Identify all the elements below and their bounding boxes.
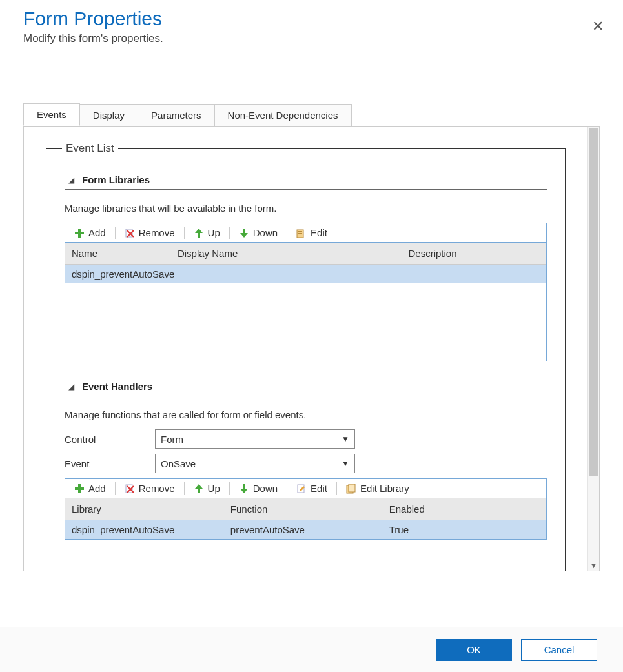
- tab-bar: Events Display Parameters Non-Event Depe…: [23, 103, 623, 126]
- svg-rect-20: [349, 484, 355, 492]
- collapse-icon[interactable]: ◢: [68, 176, 74, 185]
- svg-rect-9: [298, 233, 302, 234]
- event-select[interactable]: OnSave ▼: [155, 454, 355, 473]
- dialog-footer: OK Cancel: [0, 627, 623, 672]
- remove-button[interactable]: Remove: [119, 482, 180, 495]
- event-handlers-section: ◢ Event Handlers Manage functions that a…: [65, 381, 547, 540]
- plus-icon: [74, 228, 85, 238]
- svg-marker-6: [240, 229, 248, 238]
- cell-library: dspin_preventAutoSave: [65, 520, 224, 539]
- event-handlers-grid: Library Function Enabled dspin_preventAu…: [65, 498, 547, 540]
- edit-button[interactable]: Edit: [291, 226, 332, 239]
- tab-parameters[interactable]: Parameters: [138, 104, 215, 126]
- edit-icon: [296, 228, 307, 238]
- svg-rect-8: [298, 231, 302, 232]
- form-libraries-title: Form Libraries: [82, 174, 150, 185]
- tab-display[interactable]: Display: [79, 104, 138, 126]
- arrow-up-icon: [194, 228, 204, 238]
- event-label: Event: [65, 458, 155, 469]
- up-button[interactable]: Up: [189, 482, 225, 495]
- remove-icon: [125, 228, 135, 238]
- edit-button[interactable]: Edit: [291, 482, 332, 495]
- form-libraries-toolbar: Add Remove Up Down: [65, 223, 547, 242]
- control-select[interactable]: Form ▼: [155, 429, 355, 449]
- cell-enabled: True: [383, 520, 546, 539]
- pencil-icon: [296, 484, 307, 494]
- cell-name: dspin_preventAutoSave: [65, 265, 171, 283]
- chevron-down-icon: ▼: [342, 434, 349, 443]
- event-list-fieldset: Event List ◢ Form Libraries Manage libra…: [46, 142, 566, 571]
- ok-button[interactable]: OK: [436, 639, 512, 661]
- event-handlers-desc: Manage functions that are called for for…: [65, 409, 547, 420]
- edit-library-button[interactable]: Edit Library: [341, 482, 414, 495]
- scroll-down-icon[interactable]: ▼: [588, 562, 599, 569]
- col-function[interactable]: Function: [224, 498, 383, 520]
- down-button[interactable]: Down: [234, 226, 283, 239]
- form-libraries-grid: Name Display Name Description dspin_prev…: [65, 242, 547, 361]
- add-button[interactable]: Add: [69, 482, 111, 495]
- event-list-legend: Event List: [62, 142, 118, 155]
- cell-display-name: [171, 265, 402, 283]
- tab-events[interactable]: Events: [23, 103, 80, 126]
- down-button[interactable]: Down: [234, 482, 283, 495]
- col-enabled[interactable]: Enabled: [383, 498, 546, 520]
- col-library[interactable]: Library: [65, 498, 224, 520]
- tab-non-event-dependencies[interactable]: Non-Event Dependencies: [214, 104, 352, 126]
- close-icon[interactable]: ✕: [592, 19, 604, 34]
- plus-icon: [74, 484, 85, 494]
- chevron-down-icon: ▼: [342, 459, 349, 468]
- arrow-down-icon: [239, 228, 249, 238]
- remove-button[interactable]: Remove: [119, 226, 180, 239]
- col-display-name[interactable]: Display Name: [171, 243, 402, 264]
- collapse-icon[interactable]: ◢: [68, 382, 74, 391]
- remove-icon: [125, 484, 135, 494]
- arrow-down-icon: [239, 484, 249, 494]
- cancel-button[interactable]: Cancel: [521, 639, 597, 661]
- form-libraries-section: ◢ Form Libraries Manage libraries that w…: [65, 174, 547, 361]
- event-handlers-toolbar: Add Remove Up Down: [65, 478, 547, 498]
- cell-description: [402, 265, 546, 283]
- library-icon: [346, 484, 356, 494]
- page-subtitle: Modify this form's properties.: [23, 32, 600, 45]
- arrow-up-icon: [194, 484, 204, 494]
- svg-marker-16: [240, 484, 248, 493]
- col-name[interactable]: Name: [65, 243, 171, 264]
- add-button[interactable]: Add: [69, 226, 111, 239]
- page-title: Form Properties: [23, 8, 600, 30]
- event-handlers-title: Event Handlers: [82, 381, 152, 392]
- table-row[interactable]: dspin_preventAutoSave preventAutoSave Tr…: [65, 520, 546, 539]
- svg-marker-15: [195, 484, 203, 493]
- svg-rect-11: [75, 487, 84, 490]
- up-button[interactable]: Up: [189, 226, 225, 239]
- svg-marker-5: [195, 229, 203, 238]
- col-description[interactable]: Description: [402, 243, 546, 264]
- cell-function: preventAutoSave: [224, 520, 383, 539]
- scroll-thumb[interactable]: [589, 128, 598, 476]
- control-label: Control: [65, 434, 155, 445]
- vertical-scrollbar[interactable]: ▼: [587, 127, 599, 571]
- svg-rect-1: [75, 232, 84, 234]
- table-row[interactable]: dspin_preventAutoSave: [65, 265, 546, 283]
- form-libraries-desc: Manage libraries that will be available …: [65, 203, 547, 214]
